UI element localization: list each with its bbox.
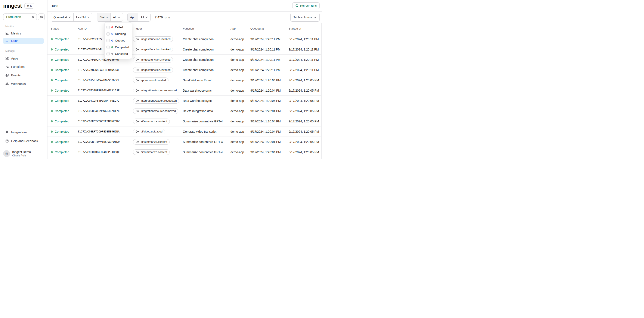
table-row[interactable]: Completed 01J7ZVC7MVF34WR inngest/functi… — [48, 44, 322, 55]
command-k-shortcut[interactable]: ⌘K — [24, 3, 34, 9]
function-name[interactable]: Summarize content via GPT-4 — [183, 120, 230, 123]
trigger-name: ai/summarize.content — [141, 150, 167, 154]
trigger-badge[interactable]: inngest/function.invoked — [133, 36, 173, 42]
run-status-label: Completed — [55, 48, 69, 51]
time-range-filter[interactable]: Last 3d — [73, 13, 92, 22]
run-id: 01J7ZVC0SRWRB7JXAQSPJJHDQX — [78, 150, 133, 154]
status-filter-value[interactable]: All — [110, 13, 123, 22]
function-name[interactable]: Data warehouse sync — [183, 89, 230, 92]
refresh-runs-button[interactable]: Refresh runs — [292, 2, 320, 9]
event-signal-icon — [136, 151, 139, 153]
trigger-badge[interactable]: ai/video.uploaded — [133, 129, 165, 134]
page-title: Runs — [51, 4, 58, 8]
status-option-queued[interactable]: Queued — [106, 37, 130, 44]
checkbox[interactable] — [106, 39, 110, 42]
status-option-failed[interactable]: Failed — [106, 24, 130, 31]
function-name[interactable]: Summarize content via GPT-4 — [183, 150, 230, 154]
sidebar-item-metrics[interactable]: Metrics — [3, 30, 44, 37]
environment-select[interactable]: Production — [3, 14, 37, 20]
time-field-filter[interactable]: Queued at — [51, 13, 73, 22]
run-status-cell: Completed — [51, 58, 78, 61]
table-row[interactable]: Completed 01J7ZVC0T5RTW0A7HGWSS766CF app… — [48, 75, 322, 85]
checkbox[interactable] — [106, 32, 110, 36]
status-dot-icon — [112, 40, 113, 42]
completed-status-dot-icon — [51, 69, 53, 71]
trigger-badge[interactable]: ai/summarize.content — [133, 139, 170, 145]
sidebar-item-apps[interactable]: Apps — [3, 55, 44, 62]
completed-status-dot-icon — [51, 38, 53, 40]
trigger-badge[interactable]: app/account.created — [133, 78, 168, 83]
sidebar-item-help-and-feedback[interactable]: Help and Feedback — [3, 138, 44, 144]
trigger-cell: ai/video.uploaded — [133, 129, 183, 134]
trigger-badge[interactable]: inngest/function.invoked — [133, 47, 173, 52]
trigger-badge[interactable]: ai/summarize.content — [133, 149, 170, 155]
function-name[interactable]: Data warehouse sync — [183, 99, 230, 103]
status-option-running[interactable]: Running — [106, 31, 130, 37]
started-at-value: 9/17/2024, 1:20:05 PM — [289, 150, 322, 154]
table-row[interactable]: Completed 01J7ZVC7KP6RJK74B1NP14PA6V inn… — [48, 55, 322, 65]
table-row[interactable]: Completed 01J7ZVC0SRWRB7JXAQSPJJHDQX ai/… — [48, 147, 322, 157]
queued-at-value: 9/17/2024, 1:20:04 PM — [250, 99, 289, 103]
run-id: 01J7ZVC0T12F64P8SNKTT0EQ7J — [78, 99, 133, 102]
column-header-queued-at[interactable]: Queued at — [250, 27, 289, 30]
runs-table-body: Completed 01J7ZVC7MV6CCZS inngest/functi… — [48, 34, 322, 159]
trigger-badge[interactable]: ai/summarize.content — [133, 119, 170, 124]
table-row[interactable]: Completed 01J7ZVC7KNQKSCXQE3HQWN55XF inn… — [48, 65, 322, 75]
run-status-label: Completed — [55, 150, 69, 154]
table-row[interactable]: Completed 01J7ZVC0SRRTWMVYBSRABPWYKW ai/… — [48, 137, 322, 147]
run-status-label: Completed — [55, 120, 69, 123]
run-status-label: Completed — [55, 58, 69, 61]
function-name[interactable]: Create chat completion — [183, 48, 230, 51]
status-option-completed[interactable]: Completed — [106, 44, 130, 51]
run-id: 01J7ZVC0SRRTWMVYBSRABPWYKW — [78, 140, 133, 143]
trigger-cell: integrations/export.requested — [133, 88, 183, 93]
run-id: 01J7ZVC0T3SRE1P96SYEA2J6JE — [78, 89, 133, 92]
queued-at-value: 9/17/2024, 1:20:04 PM — [250, 140, 289, 144]
status-filter-group: Status All — [97, 13, 123, 22]
table-row[interactable]: Completed 01J7ZVC0SRPT3C9PE5BME9H3NA ai/… — [48, 126, 322, 137]
table-row[interactable]: Completed 01J7ZVC0SRGTV303YEBNPNK0DV ai/… — [48, 116, 322, 126]
trigger-badge[interactable]: integrations/export.requested — [133, 88, 179, 93]
column-header-trigger[interactable]: Trigger — [133, 27, 183, 30]
vertical-scrollbar[interactable] — [321, 23, 322, 159]
app-filter-value[interactable]: All — [138, 13, 150, 22]
function-name[interactable]: Create chat completion — [183, 58, 230, 61]
function-name[interactable]: Create chat completion — [183, 68, 230, 72]
run-status-label: Completed — [55, 38, 69, 41]
sidebar-item-runs[interactable]: Runs — [3, 38, 44, 44]
started-at-value: 9/17/2024, 1:20:11 PM — [289, 38, 322, 41]
run-status-cell: Completed — [51, 120, 78, 123]
function-name[interactable]: Create chat completion — [183, 38, 230, 41]
column-header-status[interactable]: Status — [51, 27, 78, 30]
status-option-cancelled[interactable]: Cancelled — [106, 51, 130, 57]
function-name[interactable]: Send Welcome Email — [183, 79, 230, 82]
sidebar-item-functions[interactable]: Functions — [3, 64, 44, 70]
sidebar-item-integrations[interactable]: Integrations — [3, 129, 44, 135]
column-header-function[interactable]: Function — [183, 27, 230, 30]
completed-status-dot-icon — [51, 48, 53, 51]
trigger-badge[interactable]: inngest/function.invoked — [133, 57, 173, 63]
function-name[interactable]: Generate video transcript — [183, 130, 230, 133]
sidebar-item-webhooks[interactable]: Webhooks — [3, 81, 44, 87]
trigger-badge[interactable]: integrations/export.requested — [133, 98, 179, 104]
sidebar-section-monitor: Monitor — [5, 25, 14, 28]
trigger-badge[interactable]: integrations/source.removed — [133, 108, 178, 114]
completed-status-dot-icon — [51, 110, 53, 112]
table-columns-button[interactable]: Table columns — [290, 13, 320, 22]
checkbox[interactable] — [106, 26, 110, 29]
checkbox[interactable] — [106, 46, 110, 49]
column-header-started-at[interactable]: Started at — [289, 27, 322, 30]
sidebar-item-events[interactable]: Events — [3, 72, 44, 79]
checkbox[interactable] — [106, 52, 110, 56]
run-status-label: Completed — [55, 99, 69, 103]
table-row[interactable]: Completed 01J7ZVC0T12F64P8SNKTT0EQ7J int… — [48, 96, 322, 106]
table-row[interactable]: Completed 01J7ZVC0SR0AE09MW62JGZ847C int… — [48, 106, 322, 116]
user-profile[interactable]: IN Inngest Demo Charly Poly — [3, 150, 31, 157]
function-name[interactable]: Summarize content via GPT-4 — [183, 140, 230, 144]
function-name[interactable]: Delete integration data — [183, 109, 230, 113]
environment-settings-button[interactable] — [38, 14, 45, 20]
table-row[interactable]: Completed 01J7ZVC7MV6CCZS inngest/functi… — [48, 34, 322, 44]
column-header-app[interactable]: App — [230, 27, 250, 30]
table-row[interactable]: Completed 01J7ZVC0T3SRE1P96SYEA2J6JE int… — [48, 85, 322, 96]
trigger-badge[interactable]: inngest/function.invoked — [133, 67, 173, 73]
